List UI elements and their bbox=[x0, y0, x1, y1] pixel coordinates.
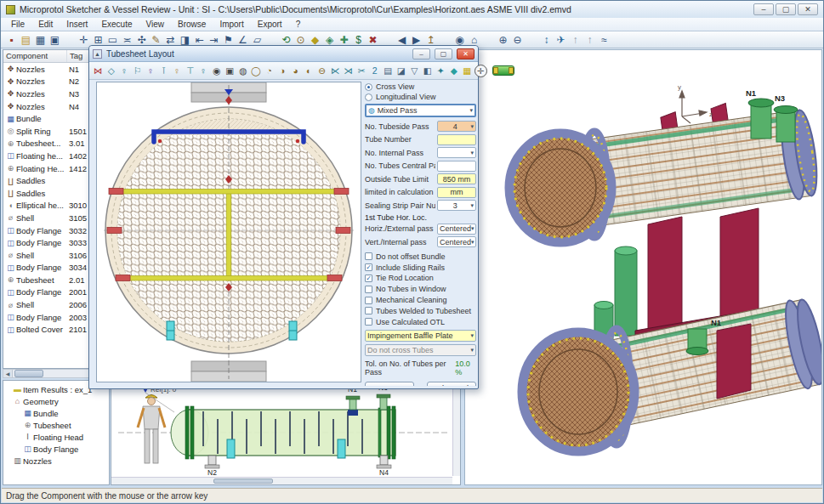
cross-tubes-combo[interactable]: Do not cross Tubes ▾ bbox=[365, 344, 476, 356]
sketch-hscrollbar[interactable] bbox=[111, 477, 452, 484]
dialog-toolbar-icon[interactable]: ⋊ bbox=[343, 63, 355, 79]
dialog-toolbar-icon[interactable]: ⋈ bbox=[92, 63, 105, 79]
dialog-title-bar[interactable]: ▲ Tubesheet Layout – ▢ ✕ bbox=[89, 46, 478, 62]
maximize-button[interactable]: ▢ bbox=[776, 3, 796, 15]
menu-item[interactable]: File bbox=[4, 19, 31, 30]
tree-item[interactable]: Ⅰ Floating Head bbox=[3, 431, 109, 443]
field-control[interactable] bbox=[437, 134, 476, 145]
dialog-toolbar-icon[interactable]: ✂ bbox=[355, 63, 368, 79]
toolbar-icon[interactable]: ✛ bbox=[77, 32, 91, 48]
dialog-toolbar-icon[interactable]: ⚐ bbox=[132, 63, 145, 79]
checkbox[interactable] bbox=[365, 252, 372, 260]
dialog-minimize-button[interactable]: – bbox=[412, 48, 430, 59]
minimize-button[interactable]: – bbox=[753, 3, 774, 15]
model-3d-viewport[interactable]: N1 N3 N1 y z bbox=[464, 49, 822, 485]
menu-item[interactable]: Edit bbox=[31, 19, 60, 30]
checkbox-row[interactable]: ✓ Include Sliding Rails bbox=[365, 262, 476, 273]
scroll-left-icon[interactable]: ◀ bbox=[3, 370, 13, 377]
menu-item[interactable]: Execute bbox=[94, 19, 139, 30]
longitudinal-view-radio[interactable]: Longitudinal View bbox=[365, 92, 476, 102]
checkbox[interactable] bbox=[365, 307, 372, 314]
toolbar-icon[interactable]: ▦ bbox=[33, 32, 48, 48]
checkbox-row[interactable]: No Tubes in Window bbox=[365, 284, 476, 295]
checkbox-row[interactable]: Do not offset Bundle bbox=[365, 252, 476, 263]
longitudinal-sketch-panel[interactable]: Ref[1]: 0 bbox=[111, 382, 461, 485]
dialog-toolbar-icon[interactable]: ◪ bbox=[395, 63, 408, 79]
pass-mode-combo[interactable]: ◍ Mixed Pass ▾ bbox=[365, 104, 476, 117]
centered-combo[interactable]: Centered▾ bbox=[437, 224, 476, 235]
dialog-system-icon[interactable]: ▲ bbox=[93, 49, 102, 59]
dialog-toolbar-icon[interactable]: ♀ bbox=[145, 63, 157, 79]
checkbox[interactable]: ✓ bbox=[365, 275, 372, 282]
sketch-hscroll-thumb[interactable] bbox=[213, 479, 273, 484]
checkbox[interactable]: ✓ bbox=[365, 263, 372, 271]
checkbox[interactable] bbox=[365, 318, 372, 326]
cross-view-radio[interactable]: Cross View bbox=[365, 82, 476, 92]
tubesheet-drawing-area[interactable] bbox=[96, 82, 361, 382]
column-tag[interactable]: Tag bbox=[67, 50, 85, 62]
field-control[interactable]: 850 mm bbox=[437, 173, 476, 184]
close-button[interactable]: ✕ bbox=[798, 3, 818, 15]
dialog-toolbar-icon[interactable]: ▦ bbox=[461, 63, 474, 79]
menu-item[interactable]: Insert bbox=[60, 19, 94, 30]
dialog-toolbar-icon[interactable]: ▽ bbox=[408, 63, 421, 79]
centered-combo[interactable]: Centered▾ bbox=[437, 236, 476, 247]
dialog-toolbar-icon[interactable]: ◆ bbox=[448, 63, 461, 79]
field-control[interactable]: 3▾ bbox=[437, 200, 476, 211]
dialog-toolbar-icon[interactable]: ◑ bbox=[276, 63, 289, 79]
toolbar-icon[interactable]: ≈ bbox=[597, 32, 611, 48]
tree-item[interactable]: ◫ Body Flange bbox=[3, 443, 109, 455]
tree-item[interactable]: ⊕ Tubesheet bbox=[3, 419, 109, 431]
vessel-orientation-icon[interactable] bbox=[492, 65, 514, 76]
vessel-side-view[interactable] bbox=[171, 394, 395, 468]
hscroll-thumb[interactable] bbox=[14, 370, 43, 377]
dialog-toolbar-icon[interactable]: ♀ bbox=[171, 63, 184, 79]
dialog-toolbar-icon[interactable]: ⋉ bbox=[329, 63, 342, 79]
checkbox-row[interactable]: Tubes Welded to Tubesheet bbox=[365, 305, 476, 316]
dialog-toolbar-icon[interactable]: ◔ bbox=[264, 63, 276, 79]
dialog-toolbar-icon[interactable]: ▣ bbox=[224, 63, 236, 79]
compute-button[interactable]: Compute bbox=[365, 382, 414, 386]
toolbar-icon[interactable]: ⊖ bbox=[510, 32, 525, 48]
dialog-close-button[interactable]: ✕ bbox=[457, 48, 475, 59]
impingement-baffle-combo[interactable]: Impingement Baffle Plate ▾ bbox=[365, 330, 476, 342]
toolbar-icon[interactable]: ▤ bbox=[19, 32, 33, 48]
toolbar-icon[interactable]: ✈ bbox=[554, 32, 568, 48]
checkbox-row[interactable]: ✓ Tie Rod Location bbox=[365, 273, 476, 284]
dialog-toolbar-icon[interactable]: ♀ bbox=[118, 63, 131, 79]
dialog-toolbar-icon[interactable]: 2 bbox=[369, 63, 382, 79]
toolbar-icon[interactable]: ↕ bbox=[539, 32, 554, 48]
column-component[interactable]: Component bbox=[3, 50, 67, 62]
dialog-toolbar-icon[interactable]: ⊖ bbox=[316, 63, 329, 79]
toolbar-icon[interactable]: ↑ bbox=[582, 32, 597, 48]
dialog-toolbar-icon[interactable]: ◍ bbox=[237, 63, 250, 79]
dialog-toolbar-icon[interactable]: ◉ bbox=[211, 63, 224, 79]
dialog-toolbar-icon[interactable]: ♀ bbox=[197, 63, 210, 79]
dialog-toolbar-icon[interactable]: ▤ bbox=[382, 63, 395, 79]
checkbox[interactable] bbox=[365, 286, 372, 293]
field-control[interactable]: ▾ bbox=[437, 147, 476, 158]
tree-item[interactable]: ▦ Bundle bbox=[3, 407, 109, 419]
toolbar-icon[interactable]: ↑ bbox=[568, 32, 582, 48]
menu-item[interactable]: View bbox=[139, 19, 172, 30]
dialog-toolbar-icon[interactable]: ◇ bbox=[105, 63, 118, 79]
field-control[interactable] bbox=[437, 161, 476, 172]
checkbox-row[interactable]: Mechanical Cleaning bbox=[365, 295, 476, 306]
dialog-toolbar-icon[interactable]: ⊤ bbox=[185, 63, 197, 79]
checkbox-row[interactable]: Use Calculated OTL bbox=[365, 316, 476, 327]
dialog-toolbar-icon[interactable]: ◯ bbox=[250, 63, 263, 79]
field-control[interactable]: 4▾ bbox=[437, 121, 476, 132]
dialog-toolbar-icon[interactable]: ◐ bbox=[303, 63, 315, 79]
field-control[interactable]: mm bbox=[437, 187, 476, 198]
dialog-maximize-button[interactable]: ▢ bbox=[435, 48, 452, 59]
menu-item[interactable]: ? bbox=[289, 19, 308, 30]
dialog-toolbar-icon[interactable]: ✦ bbox=[435, 63, 447, 79]
toolbar-icon[interactable]: ⊕ bbox=[496, 32, 510, 48]
sketch-vscrollbar[interactable] bbox=[452, 383, 460, 476]
menu-item[interactable]: Browse bbox=[171, 19, 213, 30]
tree-item[interactable]: ⌂ Geometry bbox=[3, 395, 109, 407]
compass-icon[interactable]: ✛ bbox=[475, 65, 487, 77]
dialog-toolbar-icon[interactable]: ⊺ bbox=[158, 63, 171, 79]
toolbar-icon[interactable]: ▣ bbox=[48, 32, 62, 48]
toolbar-icon[interactable]: ▪ bbox=[4, 32, 19, 48]
